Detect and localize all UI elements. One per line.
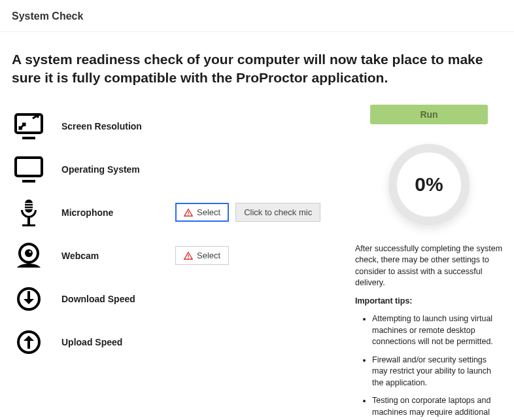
check-label: Upload Speed bbox=[61, 337, 160, 347]
svg-point-15 bbox=[29, 251, 31, 253]
run-button[interactable]: Run bbox=[370, 105, 488, 124]
tip-item: Testing on corporate laptops and machine… bbox=[372, 395, 503, 420]
microphone-controls: Select Click to check mic bbox=[175, 203, 320, 222]
check-label: Microphone bbox=[61, 207, 160, 218]
check-row-operating-system: Operating System bbox=[12, 148, 356, 191]
check-label: Screen Resolution bbox=[61, 121, 160, 131]
tip-item: Firewall and/or security settings may re… bbox=[372, 355, 503, 389]
check-row-download-speed: Download Speed bbox=[12, 277, 356, 321]
check-label: Operating System bbox=[61, 164, 160, 175]
download-icon bbox=[12, 283, 46, 315]
page-body: A system readiness check of your compute… bbox=[0, 32, 514, 419]
svg-point-14 bbox=[25, 249, 33, 257]
intro-text: A system readiness check of your compute… bbox=[12, 50, 502, 88]
upload-icon bbox=[12, 326, 46, 358]
tip-item: Attempting to launch using virtual machi… bbox=[372, 313, 503, 348]
page-title: System Check bbox=[12, 10, 83, 22]
microphone-icon bbox=[12, 197, 46, 228]
warning-icon bbox=[184, 208, 193, 217]
content-columns: Screen Resolution Operating System bbox=[12, 105, 502, 420]
progress-value: 0% bbox=[415, 173, 443, 196]
svg-rect-3 bbox=[16, 158, 42, 176]
check-row-microphone: Microphone Select Click to check mic bbox=[12, 191, 356, 234]
monitor-resolution-icon bbox=[12, 111, 46, 142]
page-header: System Check bbox=[0, 0, 514, 32]
checks-list: Screen Resolution Operating System bbox=[12, 105, 356, 364]
check-mic-label: Click to check mic bbox=[244, 207, 312, 217]
svg-point-12 bbox=[188, 214, 189, 215]
check-label: Download Speed bbox=[61, 294, 160, 304]
select-microphone-button[interactable]: Select bbox=[175, 203, 229, 222]
webcam-controls: Select bbox=[175, 246, 229, 265]
check-mic-button[interactable]: Click to check mic bbox=[235, 203, 320, 222]
check-row-screen-resolution: Screen Resolution bbox=[12, 105, 356, 148]
select-label: Select bbox=[197, 207, 220, 217]
run-label: Run bbox=[420, 109, 437, 120]
svg-point-17 bbox=[188, 257, 189, 258]
svg-rect-6 bbox=[27, 218, 30, 224]
tips-heading: Important tips: bbox=[355, 296, 413, 306]
svg-rect-7 bbox=[22, 224, 35, 226]
info-panel: After successfully completing the system… bbox=[355, 243, 503, 420]
warning-icon bbox=[184, 251, 193, 260]
right-panel: Run 0% After successfully completing the… bbox=[356, 105, 502, 420]
progress-gauge: 0% bbox=[388, 144, 470, 225]
check-label: Webcam bbox=[61, 251, 160, 261]
tips-list: Attempting to launch using virtual machi… bbox=[355, 313, 503, 420]
check-row-upload-speed: Upload Speed bbox=[12, 321, 356, 364]
check-row-webcam: Webcam Select bbox=[12, 234, 356, 277]
select-webcam-button[interactable]: Select bbox=[175, 246, 229, 265]
info-paragraph: After successfully completing the system… bbox=[355, 243, 503, 289]
webcam-icon bbox=[12, 240, 46, 271]
select-label: Select bbox=[197, 251, 220, 260]
monitor-icon bbox=[12, 154, 46, 185]
